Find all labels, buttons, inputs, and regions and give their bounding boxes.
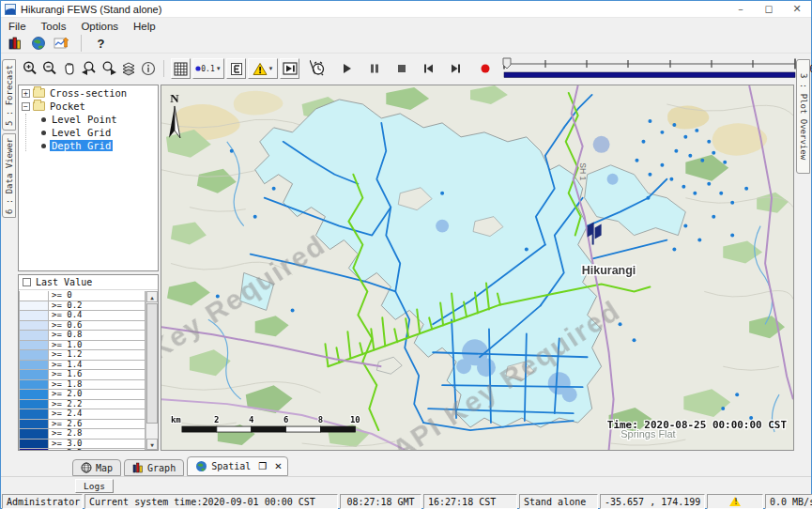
scroll-up-icon[interactable]: ▲	[146, 291, 158, 302]
legend-row-label: >= 2.0	[49, 390, 146, 400]
legend-row[interactable]: >= 2.8	[19, 429, 146, 440]
zoom-in-button[interactable]	[20, 58, 39, 79]
left-tab-strip: 5 : Forecast 6 : Data Viewer	[1, 57, 17, 450]
tab-maximize-icon[interactable]: ❐	[258, 461, 267, 471]
layers-button[interactable]	[118, 58, 138, 79]
menubar: File Tools Options Help	[1, 18, 811, 34]
svg-text:4: 4	[249, 415, 253, 424]
tab-data-viewer[interactable]: 6 : Data Viewer	[2, 133, 16, 218]
legend-row[interactable]: >= 2.0	[19, 390, 146, 400]
legend-panel: Last Value >= 0 >= 0.2 >= 0.4	[18, 274, 159, 451]
play-button[interactable]	[337, 58, 357, 79]
legend-row[interactable]: >= 0.8	[19, 331, 146, 341]
timeseries-button[interactable]	[52, 33, 71, 54]
play-panel-icon	[283, 62, 298, 75]
help-button[interactable]: ?	[91, 33, 111, 54]
status-mode: Stand alone	[519, 494, 598, 509]
minimize-button[interactable]: –	[727, 1, 755, 17]
app-logo-icon	[5, 4, 16, 15]
record-button[interactable]	[475, 58, 495, 79]
svg-text:10: 10	[350, 415, 360, 424]
tree-item-label: Cross-section	[48, 87, 129, 99]
map-toolbar: 0.1 ▼ ▼	[1, 54, 811, 84]
labels-toggle-button[interactable]	[226, 58, 246, 79]
legend-row[interactable]: >= 3.2	[19, 449, 146, 450]
legend-color-swatch	[19, 301, 49, 312]
road-label: SH 1	[578, 162, 588, 180]
legend-row[interactable]: >= 2.4	[19, 409, 146, 420]
svg-text:8: 8	[318, 415, 323, 424]
scroll-down-icon[interactable]: ▼	[146, 439, 158, 450]
play-icon	[342, 63, 353, 74]
grid-toggle-button[interactable]	[171, 58, 191, 79]
info-icon	[140, 60, 157, 77]
zoom-next-button[interactable]	[99, 58, 118, 79]
legend-list: >= 0 >= 0.2 >= 0.4 >= 0.6	[19, 291, 146, 450]
spatial-display-button[interactable]	[28, 33, 48, 54]
warning-icon	[253, 62, 268, 76]
pause-button[interactable]	[364, 58, 384, 79]
logs-button[interactable]: Logs	[75, 479, 114, 493]
legend-row[interactable]: >= 1.6	[19, 370, 146, 380]
pan-button[interactable]	[59, 58, 79, 79]
globe-icon	[31, 36, 46, 51]
bullet-icon	[41, 117, 46, 122]
status-transfer-rate: 0.0 MB/s	[765, 494, 812, 509]
tree-item-depth-grid[interactable]: Depth Grid	[19, 140, 158, 151]
tab-graph[interactable]: Graph	[124, 459, 184, 476]
menu-file[interactable]: File	[1, 21, 34, 32]
animation-timer-button[interactable]	[308, 58, 328, 79]
legend-color-swatch	[19, 321, 49, 332]
layers-icon	[120, 60, 137, 77]
toolbar-separator	[163, 60, 164, 77]
animation-panel-button[interactable]	[280, 58, 299, 79]
toolbar-separator	[81, 35, 82, 52]
menu-help[interactable]: Help	[126, 21, 163, 32]
close-button[interactable]: ✕	[783, 1, 811, 17]
map-canvas[interactable]: SH 1 API Key Required API Key Required H…	[161, 85, 793, 450]
explorer-icon	[8, 36, 23, 51]
info-button[interactable]	[138, 58, 158, 79]
tree-item-level-grid[interactable]: Level Grid	[19, 127, 158, 138]
tab-plot-overview[interactable]: 3 : Plot Overview	[796, 59, 810, 174]
zoom-out-button[interactable]	[39, 58, 59, 79]
legend-color-swatch	[19, 380, 49, 391]
tree-item-cross-section[interactable]: + Cross-section	[19, 87, 158, 99]
scrollbar-thumb[interactable]	[146, 303, 158, 424]
tree-item-level-point[interactable]: Level Point	[19, 114, 158, 125]
status-coordinates: -35.657 , 174.199	[600, 494, 705, 509]
legend-row[interactable]: >= 1.2	[19, 350, 146, 361]
tab-map[interactable]: Map	[72, 459, 121, 476]
tab-forecast[interactable]: 5 : Forecast	[2, 59, 16, 131]
main-toolbar: ?	[1, 34, 811, 54]
legend-row[interactable]: >= 0.4	[19, 311, 146, 321]
step-forward-button[interactable]	[446, 58, 466, 79]
collapse-icon[interactable]: −	[22, 102, 30, 111]
stop-button[interactable]	[391, 58, 411, 79]
explorer-button[interactable]	[5, 33, 24, 54]
display-tabs: Map Graph Spatial ❐ ✕	[72, 455, 288, 476]
step-back-button[interactable]	[419, 58, 438, 79]
menu-tools[interactable]: Tools	[34, 21, 74, 32]
thresholds-dropdown[interactable]: ▼	[248, 58, 278, 79]
wire-globe-icon	[81, 462, 92, 473]
maximize-button[interactable]: ◻	[755, 1, 783, 17]
last-value-checkbox[interactable]	[23, 278, 31, 286]
tab-spatial[interactable]: Spatial ❐ ✕	[187, 456, 288, 476]
legend-scrollbar[interactable]: ▲ ▼	[146, 291, 158, 450]
svg-text:2: 2	[214, 415, 219, 424]
zoom-previous-button[interactable]	[79, 58, 99, 79]
classification-dropdown[interactable]: 0.1 ▼	[192, 58, 224, 79]
legend-row[interactable]: >= 0	[19, 291, 146, 301]
layers-tree: + Cross-section − Pocket Level Point Lev…	[18, 85, 159, 271]
legend-color-swatch	[19, 341, 49, 351]
menu-options[interactable]: Options	[73, 21, 126, 32]
grid-icon	[174, 62, 188, 76]
status-alerts[interactable]	[707, 494, 763, 509]
right-tab-strip: 3 : Plot Overview	[795, 57, 811, 450]
tree-item-pocket[interactable]: − Pocket	[19, 100, 158, 112]
tab-close-icon[interactable]: ✕	[274, 461, 282, 471]
expand-icon[interactable]: +	[22, 89, 30, 98]
time-slider[interactable]	[500, 56, 799, 81]
bullet-icon	[41, 144, 46, 148]
